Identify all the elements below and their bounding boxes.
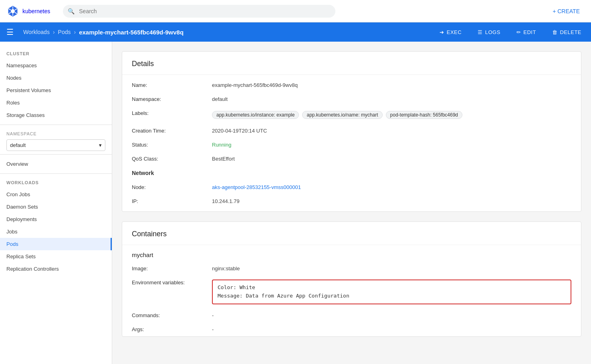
container-name: mychart (122, 245, 581, 261)
create-button[interactable]: + CREATE (548, 5, 585, 18)
logs-button[interactable]: ☰ LOGS (474, 28, 504, 37)
env-highlighted-box: Color: White Message: Data from Azure Ap… (212, 280, 571, 304)
args-value: - (212, 326, 571, 332)
search-wrapper: 🔍 (63, 5, 335, 18)
workloads-section-title: Workloads (0, 177, 112, 188)
env-line-0: Color: White (218, 284, 566, 292)
layout: Cluster Namespaces Nodes Persistent Volu… (0, 42, 591, 364)
edit-icon: ✏ (516, 29, 521, 35)
sidebar-item-nodes[interactable]: Nodes (0, 72, 112, 84)
menu-icon[interactable]: ☰ (6, 27, 14, 37)
details-row-namespace: Namespace: default (122, 92, 581, 106)
sidebar-divider-1 (0, 125, 112, 125)
details-row-ip: IP: 10.244.1.79 (122, 194, 581, 208)
details-row-status: Status: Running (122, 138, 581, 152)
search-icon: 🔍 (68, 8, 75, 14)
node-value: aks-agentpool-28532155-vmss000001 (212, 184, 571, 190)
sidebar-item-storage-classes[interactable]: Storage Classes (0, 109, 112, 121)
qos-key: QoS Class: (132, 156, 212, 162)
namespace-val: default (212, 96, 571, 102)
main-content: Details Name: example-mychart-565fbc469d… (112, 42, 591, 364)
sidebar-divider-3 (0, 173, 112, 174)
status-value: Running (212, 142, 571, 148)
delete-button[interactable]: 🗑 DELETE (549, 28, 585, 37)
namespace-selector[interactable]: default ▾ (6, 139, 105, 151)
name-value: example-mychart-565fbc469d-9wv8q (212, 82, 571, 88)
creation-time-key: Creation Time: (132, 128, 212, 134)
edit-button[interactable]: ✏ EDIT (513, 28, 539, 37)
topbar: kubernetes 🔍 + CREATE (0, 0, 591, 22)
exec-icon: ➔ (440, 29, 444, 35)
logo-text: kubernetes (22, 8, 50, 14)
cluster-section-title: Cluster (0, 48, 112, 59)
breadcrumb-current: example-mychart-565fbc469d-9wv8q (79, 29, 184, 36)
navbar-actions: ➔ EXEC ☰ LOGS ✏ EDIT 🗑 DELETE (436, 28, 585, 37)
env-key: Environment variables: (132, 280, 212, 286)
node-link[interactable]: aks-agentpool-28532155-vmss000001 (212, 184, 301, 190)
sidebar-item-overview[interactable]: Overview (0, 158, 112, 170)
sidebar-item-deployments[interactable]: Deployments (0, 213, 112, 225)
search-input[interactable] (63, 5, 335, 18)
label-chip-1: app.kubernetes.io/name: mychart (302, 111, 382, 119)
delete-icon: 🗑 (552, 29, 558, 35)
details-card-title: Details (122, 52, 581, 75)
status-key: Status: (132, 142, 212, 148)
sidebar-item-pods[interactable]: Pods (0, 238, 112, 250)
breadcrumb: Workloads › Pods › example-mychart-565fb… (23, 29, 184, 36)
namespace-value: default (10, 142, 26, 148)
logo[interactable]: kubernetes (6, 5, 50, 18)
container-row-env: Environment variables: Color: White Mess… (122, 276, 581, 308)
image-value: nginx:stable (212, 265, 571, 271)
env-line-1: Message: Data from Azure App Configurati… (218, 292, 566, 300)
image-key: Image: (132, 265, 212, 271)
breadcrumb-workloads[interactable]: Workloads (23, 29, 50, 35)
navbar: ☰ Workloads › Pods › example-mychart-565… (0, 22, 591, 42)
sidebar-divider-2 (0, 154, 112, 155)
sidebar-item-persistent-volumes[interactable]: Persistent Volumes (0, 84, 112, 97)
namespace-key: Namespace: (132, 96, 212, 102)
svg-point-1 (11, 9, 15, 13)
breadcrumb-sep-1: › (53, 29, 55, 35)
qos-value: BestEffort (212, 156, 571, 162)
labels-value: app.kubernetes.io/instance: example app.… (212, 110, 571, 120)
namespace-label: Namespace (0, 128, 112, 138)
kubernetes-logo-icon (6, 5, 19, 18)
ip-key: IP: (132, 198, 212, 204)
chevron-down-icon: ▾ (99, 142, 102, 148)
network-header: Network (132, 170, 212, 176)
node-key: Node: (132, 184, 212, 190)
containers-card: Containers mychart Image: nginx:stable E… (122, 221, 581, 337)
details-row-labels: Labels: app.kubernetes.io/instance: exam… (122, 106, 581, 124)
sidebar-item-roles[interactable]: Roles (0, 97, 112, 109)
details-row-name: Name: example-mychart-565fbc469d-9wv8q (122, 78, 581, 92)
containers-card-title: Containers (122, 222, 581, 245)
exec-button[interactable]: ➔ EXEC (436, 28, 465, 37)
container-row-commands: Commands: - (122, 308, 581, 322)
label-chip-2: pod-template-hash: 565fbc469d (386, 111, 462, 119)
container-row-args: Args: - (122, 322, 581, 336)
logs-icon: ☰ (478, 29, 483, 35)
sidebar-item-namespaces[interactable]: Namespaces (0, 59, 112, 72)
topbar-right: + CREATE (548, 5, 585, 18)
env-value: Color: White Message: Data from Azure Ap… (212, 280, 571, 304)
breadcrumb-pods[interactable]: Pods (58, 29, 71, 35)
commands-value: - (212, 312, 571, 318)
container-row-image: Image: nginx:stable (122, 261, 581, 276)
sidebar-item-cron-jobs[interactable]: Cron Jobs (0, 188, 112, 201)
labels-key: Labels: (132, 110, 212, 116)
ip-value: 10.244.1.79 (212, 198, 571, 204)
details-row-network-header: Network (122, 166, 581, 180)
details-row-creation-time: Creation Time: 2020-04-19T20:14 UTC (122, 124, 581, 138)
args-key: Args: (132, 326, 212, 332)
sidebar-item-jobs[interactable]: Jobs (0, 225, 112, 238)
sidebar: Cluster Namespaces Nodes Persistent Volu… (0, 42, 112, 364)
details-table: Name: example-mychart-565fbc469d-9wv8q N… (122, 75, 581, 211)
sidebar-item-replication-controllers[interactable]: Replication Controllers (0, 263, 112, 275)
label-chip-0: app.kubernetes.io/instance: example (212, 111, 299, 119)
details-card: Details Name: example-mychart-565fbc469d… (122, 51, 581, 212)
details-row-qos: QoS Class: BestEffort (122, 152, 581, 166)
commands-key: Commands: (132, 312, 212, 318)
sidebar-item-daemon-sets[interactable]: Daemon Sets (0, 201, 112, 213)
sidebar-item-replica-sets[interactable]: Replica Sets (0, 250, 112, 263)
creation-time-value: 2020-04-19T20:14 UTC (212, 128, 571, 134)
